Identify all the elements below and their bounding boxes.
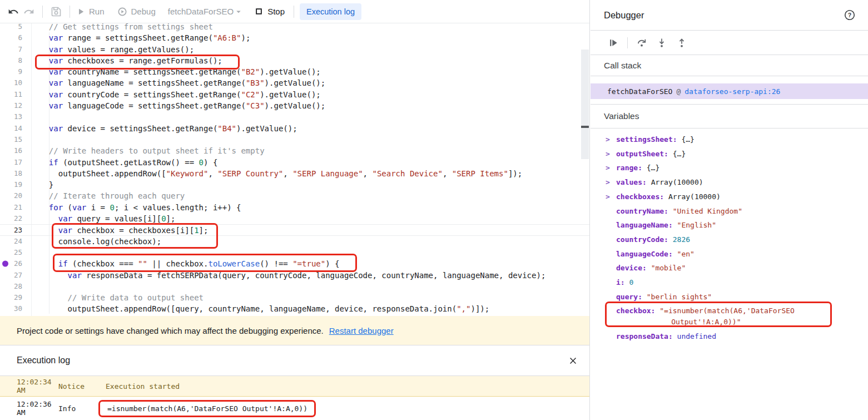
variable-value: "en" [677, 250, 695, 258]
variable-row-checkboxes[interactable]: >checkboxes: Array(10000) [591, 190, 868, 204]
line-number-22[interactable]: 22 [0, 213, 22, 224]
stop-button[interactable]: Stop [255, 7, 285, 16]
variable-name: checkboxes: [616, 192, 668, 201]
code-line-30[interactable]: 30 outputSheet.appendRow([query, country… [0, 303, 589, 314]
line-number-28[interactable]: 28 [0, 281, 22, 292]
code-token [39, 56, 49, 65]
code-line-22[interactable]: 22 var query = values[i][0]; [0, 213, 589, 224]
step-into-button[interactable] [653, 34, 670, 51]
line-number-6[interactable]: 6 [0, 32, 22, 43]
variable-row-range[interactable]: >range: {…} [591, 161, 868, 175]
line-number-17[interactable]: 17 [0, 157, 22, 168]
code-line-28[interactable]: 28 [0, 281, 589, 292]
code-line-11[interactable]: 11 var countryCode = settingsSheet.getRa… [0, 89, 589, 100]
variable-value: "United Kingdom" [673, 207, 742, 215]
line-number-16[interactable]: 16 [0, 145, 22, 156]
code-line-23[interactable]: 23 var checkbox = checkboxes[i][1]; [0, 224, 589, 235]
debugger-controls [591, 31, 868, 55]
code-line-16[interactable]: 16 // Write headers to output sheet if i… [0, 145, 589, 156]
code-line-18[interactable]: 18 outputSheet.appendRow(["Keyword", "SE… [0, 168, 589, 179]
line-number-18[interactable]: 18 [0, 168, 22, 179]
line-number-24[interactable]: 24 [0, 236, 22, 247]
breakpoint-dot[interactable] [2, 261, 8, 267]
code-token: var [58, 214, 72, 223]
variable-row-languageName: languageName: "English" [591, 218, 868, 233]
step-out-button[interactable] [673, 34, 690, 51]
step-over-button[interactable] [633, 34, 650, 51]
expand-chevron-icon[interactable]: > [606, 175, 610, 190]
frame-location-link[interactable]: dataforseo-serp-api:26 [685, 87, 780, 96]
code-line-12[interactable]: 12 var languageCode = settingsSheet.getR… [0, 100, 589, 111]
line-number-7[interactable]: 7 [0, 44, 22, 55]
code-line-29[interactable]: 29 // Write data to output sheet [0, 292, 589, 303]
line-number-25[interactable]: 25 [0, 247, 22, 258]
code-token: var [49, 101, 63, 110]
line-number-10[interactable]: 10 [0, 77, 22, 88]
call-stack-frame[interactable]: fetchDataForSEO @ dataforseo-serp-api:26 [591, 83, 868, 99]
execution-log-panel: Execution log 12:02:34 AMNoticeExecution… [0, 345, 589, 420]
code-line-25[interactable]: 25 [0, 247, 589, 258]
code-line-9[interactable]: 9 var countryName = settingsSheet.getRan… [0, 66, 589, 77]
save-button[interactable] [48, 4, 64, 19]
line-number-8[interactable]: 8 [0, 55, 22, 66]
code-editor[interactable]: 5 // Get settings from settings sheet6 v… [0, 23, 589, 316]
code-line-20[interactable]: 20 // Iterate through each query [0, 190, 589, 201]
line-number-30[interactable]: 30 [0, 303, 22, 314]
close-execution-log-button[interactable] [566, 354, 579, 367]
line-number-27[interactable]: 27 [0, 270, 22, 281]
code-line-6[interactable]: 6 var range = settingsSheet.getRange("A6… [0, 32, 589, 43]
line-number-15[interactable]: 15 [0, 134, 22, 145]
variable-row-checkbox: checkbox: "=isnumber(match(A6,'DataForSE… [591, 304, 868, 329]
debug-button[interactable]: Debug [117, 6, 156, 17]
code-line-5[interactable]: 5 // Get settings from settings sheet [0, 23, 589, 32]
restart-debugger-link[interactable]: Restart debugger [329, 326, 394, 335]
code-line-10[interactable]: 10 var languageName = settingsSheet.getR… [0, 77, 589, 88]
expand-chevron-icon[interactable]: > [606, 190, 610, 204]
undo-button[interactable] [6, 4, 21, 19]
code-token: () !== [260, 259, 292, 268]
code-token: 1 [194, 226, 199, 235]
code-line-14[interactable]: 14 var device = settingsSheet.getRange("… [0, 123, 589, 134]
log-row-notice: 12:02:34 AMNoticeExecution started [0, 376, 589, 397]
code-line-8[interactable]: 8 var checkboxes = range.getFormulas(); [0, 55, 589, 66]
line-number-21[interactable]: 21 [0, 202, 22, 213]
code-line-26[interactable]: 26 if (checkbox === "" || checkbox.toLow… [0, 258, 589, 269]
code-token: || checkbox. [147, 259, 209, 268]
redo-button[interactable] [21, 4, 37, 19]
code-token [39, 78, 49, 87]
expand-chevron-icon[interactable]: > [606, 132, 610, 147]
variable-row-values[interactable]: >values: Array(10000) [591, 175, 868, 190]
code-token [39, 214, 58, 223]
line-number-14[interactable]: 14 [0, 123, 22, 134]
code-line-13[interactable]: 13 [0, 111, 589, 122]
code-line-15[interactable]: 15 [0, 134, 589, 145]
line-number-23[interactable]: 23 [0, 225, 22, 236]
code-line-19[interactable]: 19 } [0, 179, 589, 190]
line-number-5[interactable]: 5 [0, 23, 22, 32]
variable-value: 2826 [673, 235, 690, 244]
code-line-24[interactable]: 24 console.log(checkbox); [0, 236, 589, 247]
line-number-12[interactable]: 12 [0, 100, 22, 111]
run-button[interactable]: Run [76, 7, 105, 17]
line-number-19[interactable]: 19 [0, 179, 22, 190]
variable-row-settingsSheet[interactable]: >settingsSheet: {…} [591, 132, 868, 147]
code-line-7[interactable]: 7 var values = range.getValues(); [0, 44, 589, 55]
line-number-29[interactable]: 29 [0, 292, 22, 303]
expand-chevron-icon[interactable]: > [606, 147, 610, 161]
editor-scrollbar-thumb[interactable] [581, 50, 589, 159]
line-number-20[interactable]: 20 [0, 190, 22, 201]
code-line-27[interactable]: 27 var responseData = fetchSERPData(quer… [0, 270, 589, 281]
code-line-17[interactable]: 17 if (outputSheet.getLastRow() == 0) { [0, 157, 589, 168]
step-into-icon [656, 37, 667, 48]
variable-row-outputSheet[interactable]: >outputSheet: {…} [591, 147, 868, 161]
line-number-11[interactable]: 11 [0, 89, 22, 100]
line-number-9[interactable]: 9 [0, 66, 22, 77]
code-token: var [49, 56, 63, 65]
expand-chevron-icon[interactable]: > [606, 161, 610, 175]
code-line-21[interactable]: 21 for (var i = 0; i < values.length; i+… [0, 202, 589, 213]
help-button[interactable]: ? [844, 9, 856, 21]
resume-button[interactable] [605, 34, 622, 51]
execution-log-button[interactable]: Execution log [300, 3, 361, 20]
line-number-13[interactable]: 13 [0, 111, 22, 122]
function-selector[interactable]: fetchDataForSEO [168, 7, 244, 17]
